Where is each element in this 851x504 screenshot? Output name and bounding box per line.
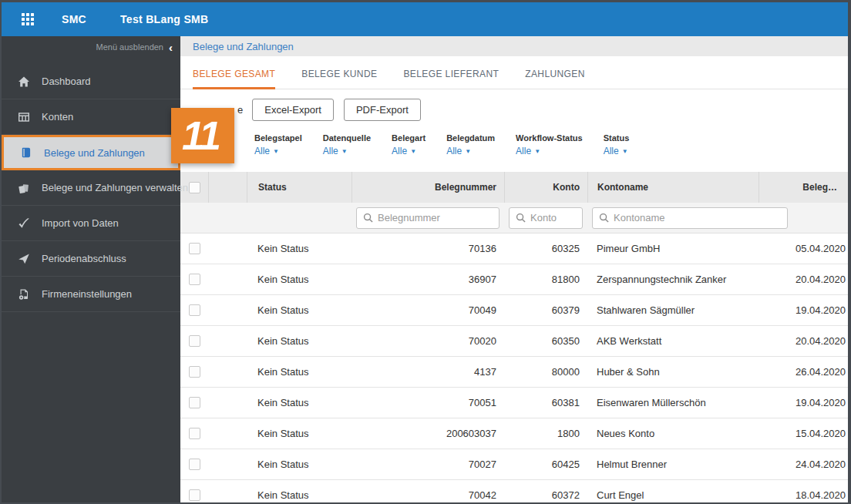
belegdatum-cell: 24.04.2020	[758, 459, 848, 470]
filter-dropdown: Workflow-Status Alle▼	[516, 133, 583, 161]
pdf-export-button[interactable]: PDF-Export	[344, 99, 421, 121]
column-header-status[interactable]: Status	[247, 172, 352, 203]
sidebar-item-belege-verwalten[interactable]: Belege und Zahlungen verwalten	[2, 170, 180, 206]
filter-label: Status	[604, 133, 630, 143]
filter-label: Workflow-Status	[516, 133, 583, 143]
belegdatum-cell: 05.04.2020	[758, 243, 848, 254]
table-row[interactable]: Kein Status 70136 60325 Pimeur GmbH 05.0…	[180, 234, 848, 264]
belegnummer-cell: 36907	[352, 274, 504, 285]
filter-selected-value: Alle	[604, 146, 619, 156]
tab[interactable]: BELEGE KUNDE	[301, 69, 377, 89]
documents-icon	[17, 181, 30, 194]
search-icon	[363, 213, 373, 223]
filter-value-dropdown[interactable]: Alle▼	[323, 146, 371, 156]
sidebar-item-import-von-daten[interactable]: Import von Daten	[2, 206, 180, 241]
sidebar-item-label: Periodenabschluss	[42, 253, 126, 264]
status-cell: Kein Status	[247, 459, 352, 470]
chevron-down-icon: ▼	[534, 148, 540, 155]
konto-cell: 60372	[504, 489, 587, 501]
belegdatum-cell: 20.04.2020	[758, 335, 848, 347]
belegdatum-cell: 20.04.2020	[758, 274, 848, 285]
filter-value-dropdown[interactable]: Alle▼	[254, 146, 302, 156]
kontoname-search-input[interactable]	[614, 212, 781, 223]
sidebar-item-label: Dashboard	[42, 76, 91, 87]
table-row[interactable]: Kein Status 70042 60372 Curt Engel 18.04…	[180, 480, 848, 504]
status-cell: Kein Status	[247, 243, 352, 254]
row-checkbox[interactable]	[189, 397, 200, 408]
table-row[interactable]: Kein Status 200603037 1800 Neues Konto 1…	[180, 418, 848, 449]
app-title[interactable]: SMC	[62, 13, 86, 25]
row-checkbox[interactable]	[189, 366, 200, 378]
chevron-down-icon: ▼	[622, 148, 628, 155]
row-checkbox[interactable]	[189, 489, 200, 501]
column-header-belegnummer[interactable]: Belegnummer	[352, 172, 504, 203]
filter-label: Belegdatum	[446, 133, 495, 143]
row-checkbox[interactable]	[189, 428, 200, 439]
belegdatum-cell: 18.04.2020	[758, 489, 848, 501]
row-checkbox[interactable]	[189, 243, 200, 254]
filter-value-dropdown[interactable]: Alle▼	[604, 146, 630, 156]
filter-dropdown: Datenquelle Alle▼	[323, 133, 371, 161]
kontoname-cell: Huber & Sohn	[587, 366, 758, 378]
filter-value-dropdown[interactable]: Alle▼	[392, 146, 426, 156]
table-row[interactable]: Kein Status 70049 60379 Stahlwaren Sägmü…	[180, 295, 848, 326]
kontoname-cell: AKB Werkstatt	[587, 335, 758, 347]
table-row[interactable]: Kein Status 4137 80000 Huber & Sohn 26.0…	[180, 357, 848, 388]
konto-cell: 60325	[504, 243, 587, 254]
filter-value-dropdown[interactable]: Alle▼	[446, 146, 495, 156]
step-annotation-badge: 11	[171, 108, 234, 163]
menu-collapse-button[interactable]: Menü ausblenden ‹	[2, 36, 180, 58]
row-checkbox[interactable]	[189, 459, 200, 470]
table-row[interactable]: Kein Status 36907 81800 Zerspannungstech…	[180, 264, 848, 295]
kontoname-cell: Helmut Brenner	[587, 459, 758, 470]
sidebar: Menü ausblenden ‹ Dashboard Konten	[2, 36, 180, 502]
excel-export-button[interactable]: Excel-Export	[252, 99, 334, 121]
sidebar-item-firmeneinstellungen[interactable]: Firmeneinstellungen	[2, 277, 180, 312]
konto-search-input[interactable]	[530, 212, 576, 223]
tab[interactable]: BELEGE GESAMT	[193, 69, 275, 89]
document-gear-icon	[17, 287, 30, 301]
breadcrumb[interactable]: Belege und Zahlungen	[193, 41, 294, 52]
partially-hidden-button[interactable]: e	[237, 104, 243, 116]
belegdatum-cell: 19.04.2020	[758, 304, 848, 316]
sidebar-item-label: Firmeneinstellungen	[42, 288, 132, 300]
tab[interactable]: BELEGE LIEFERANT	[403, 69, 499, 89]
kontoname-cell: Neues Konto	[587, 428, 758, 439]
filter-value-dropdown[interactable]: Alle▼	[516, 146, 583, 156]
filter-selected-value: Alle	[254, 146, 270, 156]
sidebar-item-dashboard[interactable]: Dashboard	[2, 64, 180, 99]
sidebar-item-belege-und-zahlungen[interactable]: Belege und Zahlungen	[2, 135, 180, 170]
table-row[interactable]: Kein Status 70051 60381 Eisenwaren Mülle…	[180, 388, 848, 418]
select-all-checkbox[interactable]	[189, 182, 200, 193]
belegnummer-cell: 200603037	[352, 428, 504, 439]
belegnummer-search-box	[356, 207, 500, 229]
filter-selected-value: Alle	[516, 146, 531, 156]
row-checkbox[interactable]	[189, 274, 200, 285]
column-header-konto[interactable]: Konto	[504, 172, 587, 203]
belegdatum-cell: 19.04.2020	[758, 397, 848, 408]
table-row[interactable]: Kein Status 70027 60425 Helmut Brenner 2…	[180, 449, 848, 480]
column-header-belegdatum[interactable]: Beleg…	[758, 172, 848, 203]
documents-table: Status Belegnummer Konto Kontoname Beleg…	[180, 172, 848, 504]
kontoname-cell: Zerspannungstechnik Zanker	[587, 274, 758, 285]
belegnummer-search-input[interactable]	[378, 212, 493, 223]
sidebar-item-periodenabschluss[interactable]: Periodenabschluss	[2, 241, 180, 277]
table-row[interactable]: Kein Status 70020 60350 AKB Werkstatt 20…	[180, 326, 848, 357]
filter-selected-value: Alle	[392, 146, 407, 156]
sidebar-item-konten[interactable]: Konten	[2, 99, 180, 135]
row-checkbox[interactable]	[189, 335, 200, 347]
chevron-left-icon: ‹	[169, 42, 173, 53]
tab[interactable]: ZAHLUNGEN	[525, 69, 585, 89]
row-checkbox[interactable]	[189, 304, 200, 316]
book-icon	[19, 146, 32, 160]
konto-cell: 60350	[504, 335, 587, 347]
app-grid-icon[interactable]	[22, 13, 34, 25]
filter-dropdown: Belegart Alle▼	[392, 133, 426, 161]
belegnummer-cell: 4137	[352, 366, 504, 378]
kontoname-cell: Stahlwaren Sägmüller	[587, 304, 758, 316]
company-name[interactable]: Test BLang SMB	[120, 13, 208, 25]
column-header-kontoname[interactable]: Kontoname	[587, 172, 758, 203]
table-header-row: Status Belegnummer Konto Kontoname Beleg…	[180, 172, 848, 203]
topbar: SMC Test BLang SMB	[2, 2, 848, 36]
table-icon	[17, 110, 30, 123]
